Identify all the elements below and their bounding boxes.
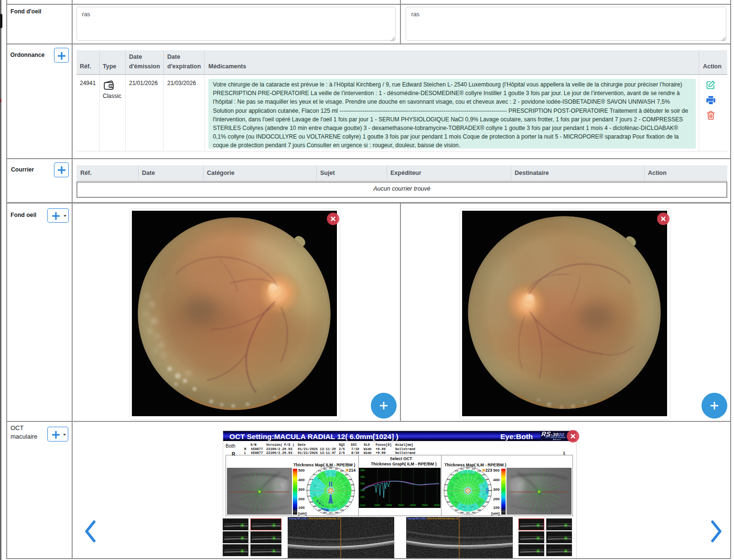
svg-text:500: 500	[360, 469, 365, 472]
svg-text:308: 308	[334, 506, 336, 508]
svg-text:281: 281	[478, 478, 481, 480]
svg-text:277: 277	[306, 489, 310, 492]
svg-text:312: 312	[444, 484, 448, 486]
svg-text:283: 283	[482, 505, 486, 507]
svg-text:296: 296	[335, 511, 338, 514]
svg-text:277: 277	[462, 474, 465, 475]
svg-text:281: 281	[486, 501, 489, 503]
svg-text:279: 279	[307, 495, 311, 497]
svg-text:308: 308	[345, 505, 348, 507]
svg-text:305: 305	[446, 478, 450, 481]
svg-text:287: 287	[345, 474, 348, 476]
svg-text:313: 313	[450, 474, 454, 476]
svg-text:280: 280	[329, 467, 333, 469]
svg-text:312: 312	[351, 489, 355, 492]
svg-text:278: 278	[471, 474, 474, 475]
svg-text:243: 243	[323, 511, 327, 514]
svg-text:3000: 3000	[398, 504, 404, 507]
svg-text:297: 297	[472, 468, 475, 470]
svg-text:274: 274	[309, 478, 313, 481]
svg-text:6000: 6000	[434, 504, 440, 507]
svg-text:4000: 4000	[410, 504, 416, 507]
svg-text:300: 300	[360, 483, 365, 485]
svg-text:281: 281	[341, 478, 344, 480]
svg-text:[um]: [um]	[360, 504, 366, 507]
svg-text:297: 297	[482, 494, 485, 496]
svg-text:303: 303	[460, 468, 464, 470]
svg-text:263: 263	[472, 511, 475, 514]
svg-text:277: 277	[487, 484, 491, 486]
svg-text:308: 308	[471, 506, 474, 508]
svg-text:285: 285	[482, 485, 485, 487]
svg-text:283: 283	[450, 494, 453, 496]
svg-text:258: 258	[309, 501, 313, 503]
svg-text:305: 305	[325, 506, 328, 508]
svg-text:5000: 5000	[422, 504, 428, 507]
svg-text:304: 304	[478, 502, 481, 504]
svg-text:266: 266	[460, 511, 464, 514]
svg-text:313: 313	[443, 489, 447, 492]
svg-text:304: 304	[341, 502, 344, 504]
svg-text:260: 260	[454, 509, 458, 511]
svg-text:256: 256	[313, 505, 317, 507]
svg-text:400: 400	[360, 476, 365, 479]
svg-text:283: 283	[323, 468, 327, 470]
svg-text:304: 304	[348, 478, 352, 481]
svg-text:300: 300	[340, 509, 344, 511]
svg-text:100: 100	[360, 496, 365, 499]
svg-text:292: 292	[482, 474, 486, 476]
svg-text:305: 305	[462, 506, 465, 508]
svg-text:258: 258	[317, 478, 320, 480]
svg-text:311: 311	[348, 501, 352, 503]
svg-text:262: 262	[466, 512, 470, 514]
svg-text:302: 302	[450, 505, 454, 507]
svg-text:289: 289	[477, 509, 481, 511]
svg-text:258: 258	[454, 478, 457, 480]
svg-text:200: 200	[360, 489, 365, 492]
svg-text:271: 271	[487, 495, 491, 497]
svg-text:315: 315	[454, 470, 458, 472]
svg-text:301: 301	[466, 467, 470, 469]
svg-text:277: 277	[313, 474, 317, 476]
svg-text:285: 285	[345, 485, 348, 487]
svg-text:264: 264	[488, 489, 492, 492]
svg-text:309: 309	[350, 484, 354, 486]
svg-text:294: 294	[477, 470, 481, 472]
svg-text:283: 283	[313, 494, 316, 496]
svg-text:285: 285	[340, 470, 344, 472]
svg-text:240: 240	[317, 509, 321, 511]
svg-text:281: 281	[335, 468, 338, 470]
svg-text:263: 263	[450, 485, 453, 487]
svg-text:263: 263	[329, 512, 333, 514]
svg-text:306: 306	[446, 501, 450, 503]
svg-text:278: 278	[334, 474, 336, 475]
svg-text:287: 287	[486, 478, 489, 481]
svg-text:297: 297	[345, 494, 348, 496]
svg-text:277: 277	[325, 474, 328, 475]
svg-text:273: 273	[307, 484, 311, 486]
svg-text:1000: 1000	[374, 504, 380, 507]
svg-text:2000: 2000	[386, 504, 392, 507]
svg-text:263: 263	[313, 485, 316, 487]
svg-text:296: 296	[454, 502, 457, 504]
svg-text:310: 310	[444, 495, 448, 497]
svg-text:279: 279	[317, 470, 321, 472]
svg-text:316: 316	[350, 495, 354, 497]
svg-text:296: 296	[317, 502, 320, 504]
